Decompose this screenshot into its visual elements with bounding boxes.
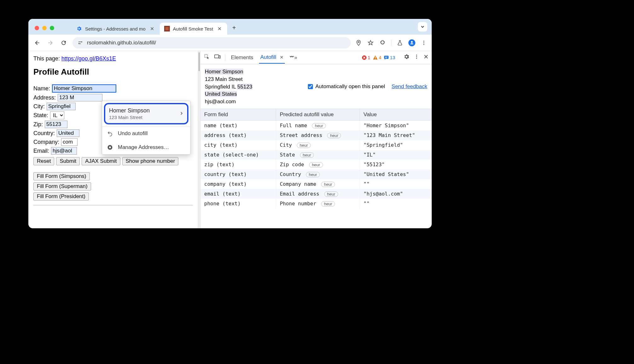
errors-badge[interactable]: 1 [362,55,370,60]
send-feedback-link[interactable]: Send feedback [392,83,427,90]
auto-open-checkbox[interactable] [308,84,313,89]
svg-rect-14 [384,56,389,59]
tab-elements[interactable]: Elements [230,52,255,63]
extensions-icon[interactable] [379,39,386,46]
close-tab-icon[interactable]: ✕ [216,26,223,32]
address-bar[interactable]: rsolomakhin.github.io/autofill/ [72,37,351,48]
messages-badge[interactable]: 13 [384,55,395,60]
label-state: State: [33,112,48,119]
site-controls-icon[interactable] [78,40,83,46]
input-zip[interactable] [45,121,67,128]
label-company: Company: [33,139,59,145]
table-row[interactable]: address (text)Street address heur"123 Ma… [200,130,432,140]
web-page: This page: https://goo.gl/B6Xs1E Profile… [28,51,198,228]
close-window-button[interactable] [35,26,39,30]
profile-avatar[interactable] [408,39,415,46]
settings-gear-icon[interactable] [403,54,410,61]
close-tab-icon[interactable]: ✕ [149,26,155,32]
more-tabs-icon[interactable]: » [289,54,297,61]
tab-autofill-test[interactable]: Autofill Smoke Test ✕ [160,23,227,35]
close-devtools-icon[interactable] [424,54,429,61]
table-row[interactable]: zip (text)Zip code heur"55123" [200,160,432,169]
input-country[interactable] [57,129,79,137]
heur-tag: heur [327,133,341,138]
location-icon[interactable] [355,39,362,46]
forward-button[interactable] [46,38,55,47]
separator [391,39,391,46]
tab-settings[interactable]: Settings - Addresses and mo ✕ [72,23,160,35]
svg-point-4 [424,42,424,43]
minimize-window-button[interactable] [42,26,47,30]
heur-tag: heur [321,182,335,187]
browser-window: Settings - Addresses and mo ✕ Autofill S… [28,19,432,228]
tab-autofill[interactable]: Autofill ✕ [259,52,285,64]
manage-addresses-item[interactable]: Manage Addresses… [102,140,190,154]
tab-search-button[interactable] [418,22,427,31]
url-text: rsolomakhin.github.io/autofill/ [87,40,156,46]
svg-rect-12 [375,57,376,58]
show-phone-button[interactable]: Show phone number [122,157,179,165]
new-tab-button[interactable]: + [227,24,241,35]
input-address[interactable] [58,94,102,101]
select-state[interactable]: IL [50,111,64,119]
table-row[interactable]: email (text)Email address heur"hjs@aol.c… [200,189,432,199]
th-value: Value [360,109,431,120]
kebab-menu-icon[interactable] [420,39,427,46]
addr-zip: 55123 [237,84,252,90]
devtools-resizer[interactable] [198,51,200,228]
fullscreen-window-button[interactable] [50,26,54,30]
browser-toolbar: rsolomakhin.github.io/autofill/ [28,35,432,51]
window-controls [33,26,59,35]
autofill-table: Form field Predicted autofill value Valu… [200,109,432,208]
table-row[interactable]: company (text)Company name heur"" [200,179,432,189]
cell-value: "hjs@aol.com" [360,189,431,199]
table-row[interactable]: phone (text)Phone number heur"" [200,199,432,208]
suggestion-name: Homer Simpson [109,107,150,114]
table-row[interactable]: city (text)City heur"Springfield" [200,140,432,150]
autofill-suggestion[interactable]: Homer Simpson 123 Main Street [104,103,188,124]
svg-point-19 [416,58,417,59]
cell-predicted: Phone number heur [276,199,360,208]
util-buttons: Fill Form (Simpsons) Fill Form (Superman… [33,172,193,201]
undo-autofill-item[interactable]: Undo autofill [102,127,190,140]
reset-button[interactable]: Reset [33,157,54,165]
form-buttons: Reset Submit AJAX Submit Show phone numb… [33,157,193,165]
input-email[interactable] [51,147,77,155]
cell-predicted: Country heur [276,169,360,179]
cell-form-field: state (select-one) [200,150,276,160]
inspect-icon[interactable] [204,54,210,61]
bookmark-star-icon[interactable] [367,39,374,46]
input-company[interactable] [61,138,78,146]
fill-simpsons-button[interactable]: Fill Form (Simpsons) [33,172,90,180]
undo-icon [107,131,113,136]
submit-button[interactable]: Submit [56,157,80,165]
tab-autofill-label: Autofill [260,54,276,60]
reload-button[interactable] [59,38,68,47]
warning-count: 4 [379,55,381,60]
fill-president-button[interactable]: Fill Form (President) [33,192,89,201]
table-row[interactable]: state (select-one)State heur"IL" [200,150,432,160]
kebab-menu-icon[interactable] [414,54,419,61]
ajax-submit-button[interactable]: AJAX Submit [82,157,120,165]
th-predicted: Predicted autofill value [276,109,360,120]
table-row[interactable]: name (text)Full name heur"Homer Simpson" [200,120,432,130]
this-page-link[interactable]: https://goo.gl/B6Xs1E [61,55,116,62]
labs-icon[interactable] [396,39,403,46]
device-toggle-icon[interactable] [214,54,221,61]
svg-rect-10 [219,56,220,58]
table-row[interactable]: country (text)Country heur"United States… [200,169,432,179]
favicon-icon [164,26,170,31]
tab-strip: Settings - Addresses and mo ✕ Autofill S… [28,19,432,35]
cell-form-field: zip (text) [200,160,276,169]
warnings-badge[interactable]: 4 [373,55,381,60]
cell-value: "Springfield" [360,140,431,150]
auto-open-label: Automatically open this panel [315,83,385,90]
cell-form-field: address (text) [200,130,276,140]
fill-superman-button[interactable]: Fill Form (Superman) [33,182,91,191]
close-panel-icon[interactable]: ✕ [280,55,284,60]
back-button[interactable] [33,38,42,47]
input-city[interactable] [47,103,76,110]
input-name[interactable] [52,84,116,93]
cell-predicted: City heur [276,140,360,150]
heur-tag: heur [297,143,311,148]
